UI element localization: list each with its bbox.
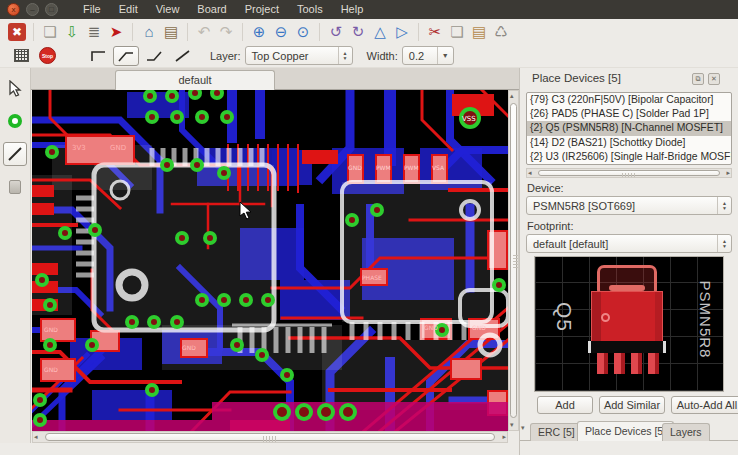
add-similar-button[interactable]: Add Similar (599, 396, 665, 414)
canvas-vscrollbar[interactable]: ▴ ▾ (508, 90, 519, 431)
add-button[interactable]: Add (537, 396, 593, 414)
undo-icon[interactable]: ↶ (193, 22, 215, 42)
export-pdf-icon[interactable]: ➤ (105, 22, 127, 42)
paste-icon[interactable]: ▤ (468, 22, 490, 42)
print-icon[interactable]: ≣ (83, 22, 105, 42)
redo-icon[interactable]: ↷ (215, 22, 237, 42)
stop-icon[interactable]: Stop (39, 47, 56, 64)
toolbar-separator (187, 23, 188, 41)
rotate-ccw-icon[interactable]: ↺ (325, 22, 347, 42)
via-tool[interactable] (3, 109, 27, 133)
route-style-diag-then-straight-icon[interactable] (113, 46, 139, 66)
pointer-tool[interactable] (3, 76, 27, 100)
list-item[interactable]: {26} PAD5 (PHASE C) [Solder Pad 1P] (527, 107, 731, 121)
flip-horizontal-icon[interactable]: ▷ (391, 22, 413, 42)
pcb-canvas[interactable]: 3V3GNDVSSGNDPWMPWMVSAGNDGNDGNDGNDPHASEGN… (32, 90, 508, 431)
menu-project[interactable]: Project (236, 0, 288, 19)
tab-erc[interactable]: ERC [5] (530, 423, 583, 441)
statusbar (0, 443, 519, 455)
zoom-out-icon[interactable]: ⊖ (270, 22, 292, 42)
net-label: GND (472, 324, 486, 331)
menu-tools[interactable]: Tools (288, 0, 332, 19)
device-list[interactable]: {79} C3 (220nF|50V) [Bipolar Capacitor] … (526, 92, 732, 165)
chevron-down-icon[interactable]: ▼ (437, 47, 453, 64)
route-style-direct-icon[interactable] (169, 46, 195, 66)
menu-board[interactable]: Board (188, 0, 235, 19)
detach-panel-icon[interactable]: ⧉ (692, 73, 704, 85)
new-file-icon[interactable]: ❏ (39, 22, 61, 42)
list-item[interactable]: {2} U3 (IR25606) [Single Half-Bridge MOS… (527, 150, 731, 164)
spinner-icon[interactable]: ▲▼ (338, 47, 352, 64)
list-item[interactable]: {14} D2 (BAS21) [Schottky Diode] (527, 136, 731, 150)
tab-place-devices[interactable]: Place Devices [5] (577, 421, 674, 441)
route-style-orthogonal-icon[interactable] (85, 46, 111, 66)
close-window-icon[interactable]: x (7, 3, 20, 16)
tab-layers[interactable]: Layers (662, 423, 710, 441)
zoom-in-icon[interactable]: ⊕ (248, 22, 270, 42)
auto-add-all-button[interactable]: Auto-Add All (671, 396, 738, 414)
copper-region (92, 390, 172, 420)
zoom-fit-icon[interactable]: ⊙ (292, 22, 314, 42)
minimize-window-icon[interactable]: – (26, 3, 39, 16)
list-item[interactable]: {79} C3 (220nF|50V) [Bipolar Capacitor] (527, 93, 731, 107)
scroll-up-icon[interactable]: ▴ (510, 92, 514, 100)
footprint-label: Footprint: (527, 220, 573, 232)
device-list-hscrollbar[interactable]: ◂ ▸ (526, 168, 732, 178)
footprint-select[interactable]: default [default] ▲▼ (526, 234, 732, 253)
net-label: GND (110, 144, 126, 152)
package-hole (601, 313, 610, 322)
scroll-left-icon[interactable]: ◂ (528, 169, 532, 177)
spinner-icon[interactable]: ▲▼ (717, 197, 731, 214)
package-leg (631, 353, 642, 374)
buffer-tool[interactable] (3, 175, 27, 199)
package-band (588, 341, 666, 353)
rotate-cw-icon[interactable]: ↻ (347, 22, 369, 42)
vscroll-thumb[interactable] (510, 103, 517, 418)
tab-default[interactable]: default (115, 70, 275, 90)
width-select[interactable]: 0.2 ▼ (402, 46, 454, 65)
spinner-icon[interactable]: ▲▼ (717, 235, 731, 252)
list-hscroll-thumb[interactable] (538, 170, 720, 176)
net-label: VSS (462, 115, 476, 123)
grid-icon[interactable] (14, 49, 29, 62)
menu-edit[interactable]: Edit (110, 0, 147, 19)
delete-icon[interactable]: ♺ (490, 22, 512, 42)
canvas-hscrollbar[interactable]: ◂ ▸ (32, 431, 508, 443)
place-devices-panel: Place Devices [5] ⧉ ✕ {79} C3 (220nF|50V… (519, 68, 738, 455)
scroll-left-icon[interactable]: ◂ (34, 433, 38, 441)
cut-icon[interactable]: ✂ (424, 22, 446, 42)
home-icon[interactable]: ⌂ (138, 22, 160, 42)
route-style-straight-then-diag-icon[interactable] (141, 46, 167, 66)
menu-file[interactable]: File (74, 0, 110, 19)
menu-help[interactable]: Help (332, 0, 373, 19)
scroll-right-icon[interactable]: ▸ (726, 169, 730, 177)
toolbar-icons: ✖❏⇩≣➤⌂▤↶↷⊕⊖⊙↺↻△▷✂❏▤♺ (0, 19, 738, 44)
list-item-selected[interactable]: {2} Q5 (PSMN5R8) [N-Channel MOSFET] (527, 121, 731, 135)
toolbar-separator (418, 23, 419, 41)
device-select[interactable]: PSMN5R8 [SOT669] ▲▼ (526, 196, 732, 215)
menubar: File Edit View Board Project Tools Help (74, 0, 372, 19)
toolbar-separator (319, 23, 320, 41)
net-label: 3V3 (72, 144, 86, 152)
line-tool[interactable] (3, 142, 27, 166)
board-properties-icon[interactable]: ▤ (160, 22, 182, 42)
layer-select[interactable]: Top Copper ▲▼ (245, 46, 353, 65)
package-leg (614, 353, 625, 374)
copy-icon[interactable]: ❏ (446, 22, 468, 42)
layer-label: Layer: (210, 50, 241, 62)
via-ring-icon (8, 114, 22, 128)
toolbar-separator (33, 23, 34, 41)
hscroll-thumb[interactable] (45, 433, 495, 441)
scroll-down-icon[interactable]: ▾ (510, 421, 514, 429)
close-board-icon[interactable]: ✖ (8, 23, 26, 41)
flip-vertical-icon[interactable]: △ (369, 22, 391, 42)
scroll-right-icon[interactable]: ▸ (502, 433, 506, 441)
maximize-window-icon[interactable]: □ (45, 3, 58, 16)
save-icon[interactable]: ⇩ (61, 22, 83, 42)
close-panel-icon[interactable]: ✕ (708, 73, 720, 85)
pad (32, 203, 54, 215)
menu-view[interactable]: View (147, 0, 189, 19)
device-value: PSMN5R8 [SOT669] (527, 200, 717, 212)
net-label: PWM (376, 164, 391, 171)
toolbar-separator (132, 23, 133, 41)
